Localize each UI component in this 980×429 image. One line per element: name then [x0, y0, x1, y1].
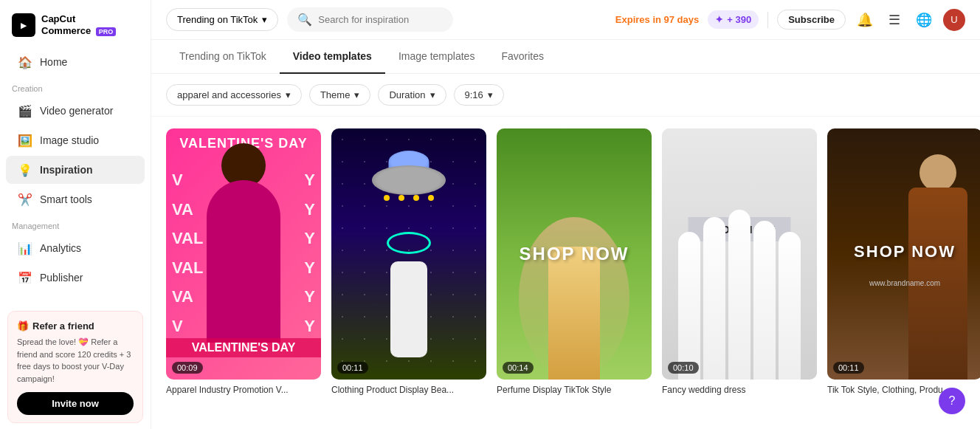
filter-duration[interactable]: Duration ▾ [378, 84, 446, 106]
sidebar-item-label: Home [40, 56, 67, 68]
trending-dropdown[interactable]: Trending on TikTok ▾ [166, 8, 278, 31]
duration-badge: 00:10 [668, 362, 699, 374]
divider [767, 12, 768, 28]
template-thumbnail[interactable]: SHOP NOW 00:10 [662, 128, 817, 380]
sidebar-logo: ▶ CapCutCommerce PRO [0, 0, 151, 47]
analytics-icon: 📊 [18, 241, 32, 255]
sidebar-item-video-generator[interactable]: 🎬 Video generator [6, 97, 145, 125]
credits-button[interactable]: ✦ + 390 [708, 10, 759, 29]
template-thumbnail[interactable]: SHOP NOW 00:14 [497, 128, 652, 380]
sidebar: ▶ CapCutCommerce PRO 🏠 Home Creation 🎬 V… [0, 0, 151, 429]
wedding-people [662, 195, 817, 380]
help-button[interactable]: ? [939, 388, 965, 414]
refer-icon: 🎁 [17, 320, 29, 332]
refer-description: Spread the love! 💝 Refer a friend and sc… [17, 336, 134, 385]
filter-ratio-label: 9:16 [465, 89, 483, 100]
sidebar-item-label: Analytics [40, 242, 81, 254]
expires-text: Expires in 97 days [615, 14, 699, 25]
duration-badge: 00:14 [503, 362, 534, 374]
filter-theme[interactable]: Theme ▾ [309, 84, 370, 106]
image-icon: 🖼️ [18, 133, 32, 148]
tab-favorites[interactable]: Favorites [488, 40, 557, 74]
template-title: Clothing Product Display Bea... [331, 385, 486, 395]
sidebar-item-analytics[interactable]: 📊 Analytics [6, 234, 145, 262]
refer-title: 🎁 Refer a friend [17, 320, 134, 332]
search-icon: 🔍 [297, 13, 312, 27]
template-thumbnail[interactable]: VALENTINE'S DAY VVAVALVALVAV YYYYYY VALE… [166, 128, 321, 380]
plus-icon: ✦ [715, 14, 723, 25]
logo-icon: ▶ [12, 13, 35, 37]
template-card[interactable]: SHOP NOW www.brandname.com 00:11 Tik Tok… [827, 128, 980, 429]
template-title: Apparel Industry Promotion V... [166, 385, 321, 395]
template-bottom-text: VALENTINE'S DAY [166, 338, 321, 357]
template-website-text: www.brandname.com [869, 279, 940, 287]
tabs: Trending on TikTok Video templates Image… [151, 40, 980, 74]
sidebar-item-label: Video generator [40, 105, 113, 117]
filter-category[interactable]: apparel and accessories ▾ [166, 84, 302, 106]
chevron-down-icon: ▾ [488, 89, 493, 100]
templates-area: VALENTINE'S DAY VVAVALVALVAV YYYYYY VALE… [151, 117, 980, 429]
sidebar-item-inspiration[interactable]: 💡 Inspiration [6, 156, 145, 184]
template-card[interactable]: 00:11 Clothing Product Display Bea... [331, 128, 486, 429]
menu-icon[interactable]: ☰ [884, 10, 905, 30]
pro-badge: PRO [96, 27, 117, 36]
template-card[interactable]: SHOP NOW 00:14 Perfume Display TikTok St… [497, 128, 652, 429]
duration-badge: 00:11 [833, 362, 864, 374]
tab-trending[interactable]: Trending on TikTok [166, 40, 280, 74]
filter-category-label: apparel and accessories [177, 89, 281, 100]
search-input[interactable] [318, 14, 442, 25]
publisher-icon: 📅 [18, 270, 32, 285]
trending-label: Trending on TikTok [177, 14, 258, 25]
section-management: Management [0, 214, 151, 233]
refer-box: 🎁 Refer a friend Spread the love! 💝 Refe… [7, 311, 143, 423]
duration-badge: 00:09 [172, 362, 203, 374]
notification-icon[interactable]: 🔔 [855, 10, 875, 30]
credits-count: + 390 [727, 14, 751, 25]
search-bar[interactable]: 🔍 [287, 7, 452, 32]
sidebar-item-label: Inspiration [40, 164, 93, 176]
template-title: Perfume Display TikTok Style [497, 385, 652, 395]
section-creation: Creation [0, 77, 151, 96]
home-icon: 🏠 [18, 55, 32, 69]
language-icon[interactable]: 🌐 [914, 10, 934, 30]
templates-grid: VALENTINE'S DAY VVAVALVALVAV YYYYYY VALE… [166, 128, 965, 429]
sidebar-item-publisher[interactable]: 📅 Publisher [6, 264, 145, 292]
logo-text: CapCutCommerce PRO [41, 13, 116, 36]
template-card[interactable]: VALENTINE'S DAY VVAVALVALVAV YYYYYY VALE… [166, 128, 321, 429]
avatar[interactable]: U [943, 9, 965, 31]
header: Trending on TikTok ▾ 🔍 Expires in 97 day… [151, 0, 980, 40]
template-overlay-text: SHOP NOW [520, 244, 629, 264]
template-overlay-text: SHOP NOW [854, 242, 956, 261]
sidebar-item-smart-tools[interactable]: ✂️ Smart tools [6, 185, 145, 213]
chevron-down-icon: ▾ [430, 89, 435, 100]
filter-duration-label: Duration [389, 89, 425, 100]
smarttools-icon: ✂️ [18, 192, 32, 207]
template-card[interactable]: SHOP NOW 00:10 Fancy wedding dress [662, 128, 817, 429]
sidebar-item-label: Image studio [40, 134, 99, 146]
chevron-down-icon: ▾ [262, 14, 267, 25]
sidebar-item-home[interactable]: 🏠 Home [6, 48, 145, 76]
invite-button[interactable]: Invite now [17, 392, 134, 415]
template-left-text: VVAVALVALVAV [172, 165, 203, 341]
sidebar-item-label: Publisher [40, 272, 83, 284]
chevron-down-icon: ▾ [286, 89, 291, 100]
duration-badge: 00:11 [337, 362, 368, 374]
main-content: Trending on TikTok ▾ 🔍 Expires in 97 day… [151, 0, 980, 429]
filter-ratio[interactable]: 9:16 ▾ [454, 84, 504, 106]
template-thumbnail[interactable]: SHOP NOW www.brandname.com 00:11 [827, 128, 980, 380]
sidebar-item-image-studio[interactable]: 🖼️ Image studio [6, 126, 145, 154]
filters: apparel and accessories ▾ Theme ▾ Durati… [151, 74, 980, 117]
video-icon: 🎬 [18, 103, 32, 118]
template-right-text: YYYYYY [304, 165, 315, 341]
chevron-down-icon: ▾ [354, 89, 359, 100]
template-title: Fancy wedding dress [662, 385, 817, 395]
template-thumbnail[interactable]: 00:11 [331, 128, 486, 380]
tab-video-templates[interactable]: Video templates [280, 40, 385, 74]
inspiration-icon: 💡 [18, 162, 32, 177]
sidebar-item-label: Smart tools [40, 193, 92, 205]
subscribe-button[interactable]: Subscribe [777, 10, 846, 30]
filter-theme-label: Theme [320, 89, 350, 100]
tab-image-templates[interactable]: Image templates [385, 40, 489, 74]
